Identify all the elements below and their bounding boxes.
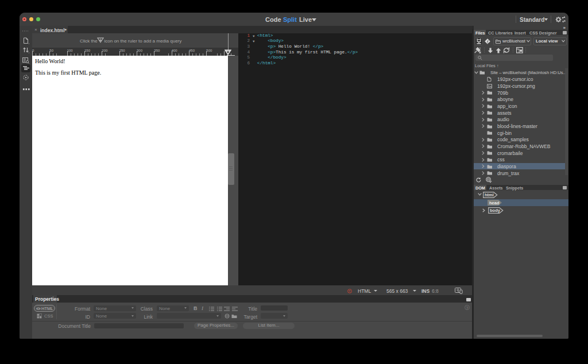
- svg-text:html: html: [485, 192, 494, 198]
- svg-text:head: head: [489, 200, 500, 206]
- svg-text:body: body: [490, 208, 501, 213]
